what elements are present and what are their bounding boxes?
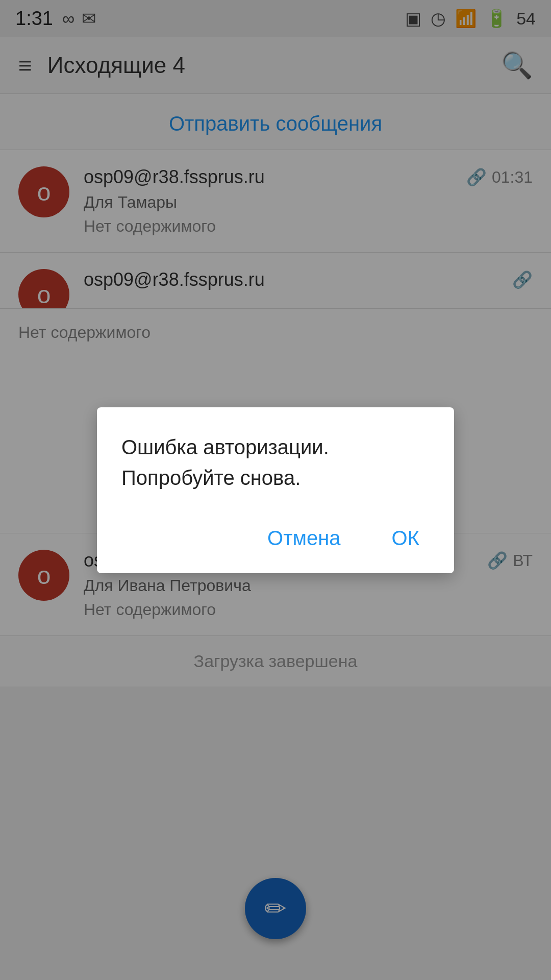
ok-button[interactable]: ОК: [382, 522, 430, 555]
dialog-overlay: Ошибка авторизации. Попробуйте снова. От…: [0, 0, 551, 980]
auth-error-dialog: Ошибка авторизации. Попробуйте снова. От…: [97, 407, 454, 573]
cancel-button[interactable]: Отмена: [257, 522, 351, 555]
dialog-buttons: Отмена ОК: [121, 522, 430, 555]
dialog-message: Ошибка авторизации. Попробуйте снова.: [121, 432, 430, 493]
